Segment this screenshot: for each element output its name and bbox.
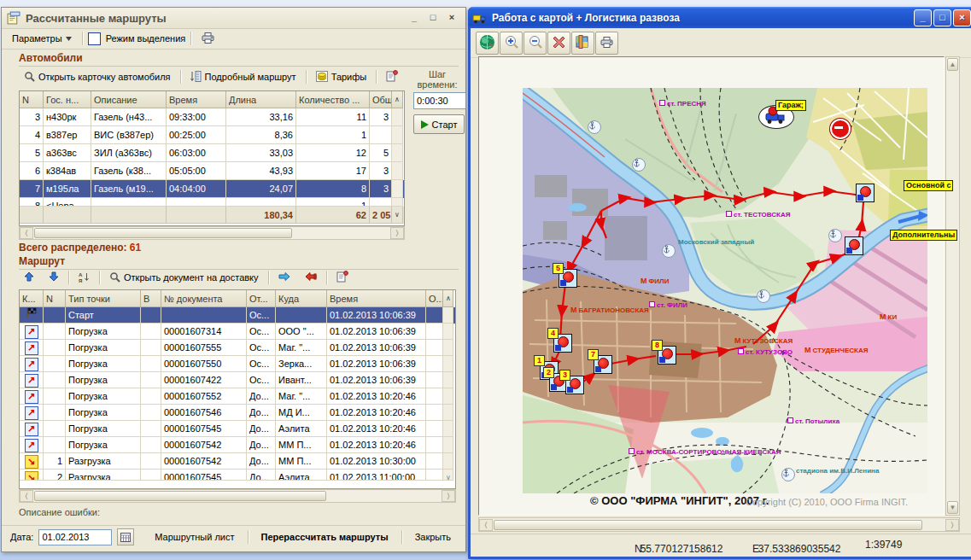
vehicles-toolbar-button-4[interactable] (381, 67, 403, 86)
column-header[interactable]: Описание (91, 91, 167, 108)
column-header[interactable]: N (20, 91, 44, 108)
column-header[interactable]: Длина (226, 91, 296, 108)
vehicles-toolbar-button-1[interactable]: Открыть карточку автомобиля (19, 68, 176, 86)
close-button[interactable]: × (443, 10, 460, 26)
minimize-button[interactable]: _ (914, 9, 932, 26)
calendar-button[interactable] (117, 528, 134, 545)
date-input[interactable] (38, 529, 112, 545)
print-button[interactable] (196, 30, 219, 48)
open-delivery-doc-button[interactable]: Открыть документ на доставку (104, 269, 264, 287)
column-header[interactable]: Время (167, 91, 226, 108)
column-header[interactable]: № документа (161, 290, 247, 307)
back-arrow-button[interactable] (300, 269, 322, 286)
station-bullet-icon (738, 348, 744, 354)
column-header[interactable]: Куда (276, 290, 327, 307)
routes-window: Рассчитанные маршруты _ □ × Параметры Ре… (1, 7, 466, 552)
globe-button[interactable] (476, 32, 499, 55)
vehicles-toolbar-button-2[interactable]: Подробный маршрут (185, 68, 301, 86)
parameters-menu-button[interactable]: Параметры (7, 31, 77, 46)
table-row[interactable]: 6к384авГазель (к38...05:05:0043,93173 (20, 162, 404, 180)
column-header[interactable]: Количество ... (296, 91, 370, 108)
delivery-point-marker[interactable]: 7 (594, 355, 612, 374)
maximize-button[interactable]: □ (424, 10, 442, 26)
vehicles-table-header: NГос. н...ОписаниеВремяДлинаКоличество .… (20, 91, 404, 108)
table-row[interactable]: ↗Погрузка00001607545До...Аэлита01.02.201… (20, 421, 455, 437)
time-step-input[interactable] (413, 92, 466, 109)
map-window-titlebar[interactable]: Работа с картой + Логистика развоза _ □ … (468, 7, 971, 28)
scroll-down-arrow[interactable]: ∨ (392, 207, 403, 224)
marker-number: 2 (543, 367, 554, 378)
delivery-point-marker[interactable]: 5 (559, 269, 577, 288)
table-row[interactable]: 4в387ерВИС (в387ер)00:25:008,361 (20, 126, 404, 144)
column-header[interactable]: В (141, 290, 161, 307)
column-header[interactable]: От... (247, 290, 276, 307)
up-arrow-button[interactable] (19, 269, 39, 286)
table-row[interactable]: ↗Погрузка00001607552До...Маг. "...01.02.… (20, 388, 455, 405)
maximize-button[interactable]: □ (933, 9, 951, 26)
column-header[interactable]: Тип точки (66, 290, 141, 307)
calendar-icon (120, 532, 131, 542)
table-row[interactable]: ↗Погрузка00001607422Ос...Ивант...01.02.2… (20, 372, 455, 388)
table-row[interactable]: 7м195лаГазель (м19...04:04:0024,0783 (20, 180, 404, 198)
map-hscrollbar[interactable]: 〈 〉 (478, 517, 960, 532)
route-hscrollbar[interactable]: 〈 〉 (19, 489, 456, 503)
column-header[interactable]: Гос. н... (44, 91, 91, 108)
table-row[interactable]: ↗Погрузка00001607550Ос...Зерка...01.02.2… (20, 356, 455, 372)
report-button[interactable] (331, 268, 354, 287)
delete-button[interactable] (547, 32, 570, 55)
marker-number: 7 (588, 349, 599, 360)
column-header[interactable]: К... (20, 290, 44, 307)
close-form-button[interactable]: Закрыть (409, 528, 457, 545)
recalculate-button[interactable]: Перерассчитать маршруты (255, 528, 395, 545)
vehicles-hscrollbar[interactable]: 〈 〉 (19, 226, 405, 240)
scroll-up-arrow[interactable]: ∧ (392, 91, 403, 108)
depot-marker[interactable] (856, 184, 874, 202)
route-table[interactable]: К...NТип точкиВ№ документаОт...КудаВремя… (19, 289, 456, 489)
forward-arrow-button[interactable] (273, 269, 295, 286)
column-header[interactable]: Время (327, 290, 426, 307)
totals-value: 180,34 (226, 207, 296, 224)
table-row[interactable]: 8<Нера...1 (20, 198, 404, 207)
print-button[interactable] (595, 32, 618, 55)
map-vscrollbar[interactable]: ▲ ▼ (945, 56, 960, 516)
anchor-icon (662, 244, 676, 258)
column-header[interactable]: О... (426, 290, 443, 307)
delivery-point-marker[interactable]: 4 (553, 334, 572, 353)
load-icon: ↗ (25, 423, 38, 434)
delivery-point-marker[interactable]: 8 (658, 346, 676, 365)
marker-square-icon (567, 387, 573, 393)
route-sheet-button[interactable]: Маршрутный лист (149, 528, 240, 545)
zoom-in-button[interactable] (500, 32, 523, 55)
load-icon: ↗ (25, 359, 38, 369)
table-row[interactable]: ↘2Разгрузка00001607545До...Аэлита01.02.2… (20, 470, 455, 481)
routes-window-titlebar[interactable]: Рассчитанные маршруты _ □ × (2, 8, 465, 29)
vehicles-toolbar-button-3[interactable]: Тарифы (311, 68, 372, 86)
forward-arrow-icon (278, 271, 290, 283)
table-row[interactable]: ↗Погрузка00001607546До...МД И...01.02.20… (20, 405, 455, 421)
close-button[interactable]: × (953, 9, 971, 26)
start-button[interactable]: Старт (413, 114, 465, 134)
svg-text:А: А (79, 272, 83, 277)
scroll-up-arrow[interactable]: ∧ (443, 290, 453, 307)
table-row[interactable]: ↗Погрузка00001607555Ос...Маг. "...01.02.… (20, 340, 455, 356)
zoom-out-button[interactable] (524, 32, 547, 55)
down-arrow-button[interactable] (44, 269, 64, 286)
vehicles-table[interactable]: NГос. н...ОписаниеВремяДлинаКоличество .… (19, 90, 405, 226)
table-row[interactable]: СтартОс...01.02.2013 10:06:39 (20, 307, 455, 324)
column-header[interactable]: N (44, 290, 66, 307)
map-layers-button[interactable] (571, 32, 594, 55)
selection-mode-checkbox[interactable] (88, 32, 101, 45)
minimize-button[interactable]: _ (406, 10, 423, 26)
delivery-point-marker[interactable]: 3 (565, 376, 584, 394)
distributed-total: Всего распределено: 61 (19, 242, 141, 254)
map-canvas[interactable]: ст. ПРЕСНЯст. ТЕСТОВСКАЯст. ФИЛИст. КУТУ… (523, 88, 927, 493)
column-header[interactable]: Общий (370, 91, 392, 108)
table-row[interactable]: 3н430ркГазель (н43...09:33:0033,16113 (20, 108, 404, 126)
zoom-out-icon (528, 34, 543, 51)
table-row[interactable]: ↘1Разгрузка00001607542До...ММ П...01.02.… (20, 453, 455, 470)
depot-marker[interactable] (845, 236, 863, 255)
table-row[interactable]: ↗Погрузка00001607542До...ММ П...01.02.20… (20, 437, 455, 453)
table-row[interactable]: ↗Погрузка00001607314Ос...ООО "...01.02.2… (20, 324, 455, 340)
sort-az-button[interactable]: АЯ (73, 269, 95, 287)
table-row[interactable]: 5а363всЗИЛ (а363вс)06:03:0033,03125 (20, 144, 404, 162)
